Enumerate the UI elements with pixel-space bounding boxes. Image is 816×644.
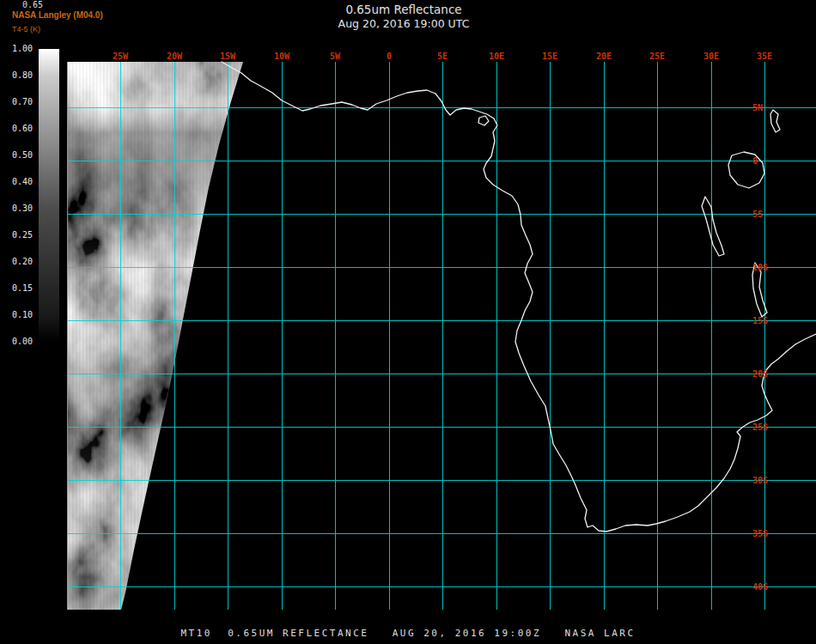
lon-tick-25E: 25E bbox=[649, 52, 665, 61]
map-canvas bbox=[0, 0, 816, 644]
lake-outline bbox=[702, 197, 724, 256]
lon-tick-0: 0 bbox=[387, 52, 392, 61]
coastline-layer bbox=[222, 62, 816, 532]
colorbar-label-0.40: 0.40 bbox=[0, 177, 33, 186]
colorbar-label-0.10: 0.10 bbox=[0, 310, 33, 319]
colorbar-label-0.25: 0.25 bbox=[0, 230, 33, 240]
lon-tick-20E: 20E bbox=[596, 52, 612, 61]
lat-tick-10S: 10S bbox=[752, 263, 768, 272]
colorbar-label-0.15: 0.15 bbox=[0, 283, 33, 293]
channel-units-label: T4-5 (K) bbox=[12, 25, 40, 33]
lat-tick-5N: 5N bbox=[752, 103, 763, 112]
lon-tick-10E: 10E bbox=[489, 52, 504, 61]
lat-tick-0: 0 bbox=[752, 156, 758, 166]
lat-tick-5S: 5S bbox=[752, 210, 763, 219]
colorbar-label-0.80: 0.80 bbox=[0, 70, 33, 80]
channel-value-label: 0.65 bbox=[22, 0, 43, 9]
colorbar-label-0.70: 0.70 bbox=[0, 97, 33, 106]
lon-tick-25W: 25W bbox=[113, 52, 128, 61]
lat-tick-15S: 15S bbox=[752, 316, 768, 325]
lat-tick-25S: 25S bbox=[752, 422, 768, 432]
lat-tick-20S: 20S bbox=[752, 369, 768, 379]
lon-tick-5E: 5E bbox=[437, 52, 448, 61]
colorbar-label-1.00: 1.00 bbox=[0, 44, 33, 53]
africa-coastline bbox=[222, 62, 816, 532]
nasa-langley-source-label: NASA Langley (M04.0) bbox=[12, 10, 103, 20]
satellite-product-viewer: 0.65um Reflectance Aug 20, 2016 19:00 UT… bbox=[0, 0, 816, 644]
lon-tick-35E: 35E bbox=[757, 52, 772, 61]
lon-tick-15E: 15E bbox=[542, 52, 557, 61]
lon-tick-30E: 30E bbox=[703, 52, 719, 61]
reflectance-colorbar bbox=[39, 49, 59, 342]
lake-outline bbox=[770, 110, 780, 132]
colorbar-label-0.00: 0.00 bbox=[0, 337, 33, 346]
page-title: 0.65um Reflectance bbox=[0, 3, 807, 16]
lake-outline bbox=[728, 152, 764, 188]
lon-tick-5W: 5W bbox=[330, 52, 340, 61]
colorbar-label-0.60: 0.60 bbox=[0, 124, 33, 133]
lon-tick-20W: 20W bbox=[167, 52, 182, 61]
satellite-swath-imagery bbox=[67, 62, 244, 610]
colorbar-label-0.20: 0.20 bbox=[0, 257, 33, 266]
lon-tick-15W: 15W bbox=[220, 52, 235, 61]
lat-tick-40S: 40S bbox=[752, 582, 768, 592]
lat-tick-35S: 35S bbox=[752, 529, 768, 538]
footer-caption: MT10 0.65UM REFLECTANCE AUG 20, 2016 19:… bbox=[0, 628, 816, 639]
lon-tick-10W: 10W bbox=[274, 52, 289, 61]
page-subtitle: Aug 20, 2016 19:00 UTC bbox=[0, 17, 807, 30]
colorbar-label-0.50: 0.50 bbox=[0, 150, 33, 160]
lat-tick-30S: 30S bbox=[752, 476, 768, 485]
colorbar-label-0.30: 0.30 bbox=[0, 204, 33, 213]
lake-outline bbox=[478, 116, 489, 125]
